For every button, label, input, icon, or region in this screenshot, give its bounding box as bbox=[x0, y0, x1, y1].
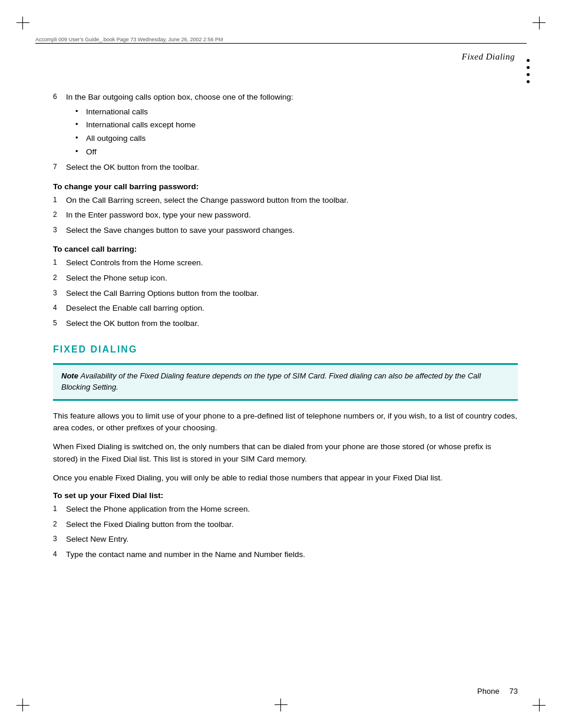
cancel-step-5-text: Select the OK button from the toolbar. bbox=[66, 318, 518, 330]
cancel-step-4-text: Deselect the Enable call barring option. bbox=[66, 302, 518, 314]
bullet-text-4: Off bbox=[86, 147, 97, 158]
cancel-step-3: 3 Select the Call Barring Options button… bbox=[53, 288, 518, 299]
change-pw-step-1: 1 On the Call Barring screen, select the… bbox=[53, 195, 518, 206]
cancel-step-1-num: 1 bbox=[53, 257, 66, 269]
file-info: Accompli 009 User's Guide_.book Page 73 … bbox=[35, 37, 223, 42]
bullet-text-2: International calls except home bbox=[86, 120, 196, 131]
footer: Phone 73 bbox=[53, 687, 518, 696]
main-content: 6 In the Bar outgoing calls option box, … bbox=[53, 91, 518, 564]
cancel-step-2: 2 Select the Phone setup icon. bbox=[53, 272, 518, 284]
change-password-heading: To change your call barring password: bbox=[53, 182, 518, 191]
change-pw-step-3-text: Select the Save changes button to save y… bbox=[66, 225, 518, 236]
corner-mark-tl bbox=[16, 17, 29, 29]
bullet-list: • International calls • International ca… bbox=[75, 107, 518, 159]
body-para-3: Once you enable Fixed Dialing, you will … bbox=[53, 472, 518, 484]
setup-step-3: 3 Select New Entry. bbox=[53, 533, 518, 545]
cancel-step-4-num: 4 bbox=[53, 302, 66, 314]
setup-step-1-text: Select the Phone application from the Ho… bbox=[66, 503, 518, 515]
page-title: Fixed Dialing bbox=[462, 52, 515, 62]
corner-mark-br bbox=[533, 699, 546, 711]
setup-step-2: 2 Select the Fixed Dialing button from t… bbox=[53, 519, 518, 531]
bullet-char-3: • bbox=[75, 133, 86, 142]
footer-spacer-text bbox=[503, 687, 510, 696]
change-pw-step-3-num: 3 bbox=[53, 225, 66, 236]
bullet-item-4: • Off bbox=[75, 147, 518, 158]
body-para-1: This feature allows you to limit use of … bbox=[53, 410, 518, 434]
change-pw-step-2-num: 2 bbox=[53, 209, 66, 221]
bullet-char-1: • bbox=[75, 107, 86, 116]
footer-page-number: 73 bbox=[510, 687, 518, 696]
step-6-number: 6 bbox=[53, 91, 66, 103]
change-pw-step-1-text: On the Call Barring screen, select the C… bbox=[66, 195, 518, 206]
cancel-step-1-text: Select Controls from the Home screen. bbox=[66, 257, 518, 269]
cancel-step-4: 4 Deselect the Enable call barring optio… bbox=[53, 302, 518, 314]
dot-1 bbox=[527, 59, 530, 62]
cancel-step-3-num: 3 bbox=[53, 288, 66, 299]
setup-step-1: 1 Select the Phone application from the … bbox=[53, 503, 518, 515]
bullet-item-2: • International calls except home bbox=[75, 120, 518, 131]
cancel-step-1: 1 Select Controls from the Home screen. bbox=[53, 257, 518, 269]
cancel-barring-heading: To cancel call barring: bbox=[53, 245, 518, 253]
setup-step-2-num: 2 bbox=[53, 519, 66, 531]
change-pw-step-1-num: 1 bbox=[53, 195, 66, 206]
header-bar: Accompli 009 User's Guide_.book Page 73 … bbox=[35, 35, 527, 44]
bullet-text-3: All outgoing calls bbox=[86, 133, 146, 144]
cancel-step-3-text: Select the Call Barring Options button f… bbox=[66, 288, 518, 299]
step-7-number: 7 bbox=[53, 162, 66, 173]
setup-step-4-text: Type the contact name and number in the … bbox=[66, 549, 518, 561]
cancel-step-2-text: Select the Phone setup icon. bbox=[66, 272, 518, 284]
cancel-step-5: 5 Select the OK button from the toolbar. bbox=[53, 318, 518, 330]
setup-step-4-num: 4 bbox=[53, 549, 66, 561]
setup-step-3-num: 3 bbox=[53, 533, 66, 545]
corner-mark-bl bbox=[16, 699, 29, 711]
bullet-text-1: International calls bbox=[86, 107, 148, 118]
cancel-step-5-num: 5 bbox=[53, 318, 66, 330]
note-label: Note bbox=[61, 371, 78, 380]
change-pw-step-2-text: In the Enter password box, type your new… bbox=[66, 209, 518, 221]
dot-4 bbox=[527, 80, 530, 83]
right-dots-decoration bbox=[527, 59, 530, 83]
change-pw-step-3: 3 Select the Save changes button to save… bbox=[53, 225, 518, 236]
page: Accompli 009 User's Guide_.book Page 73 … bbox=[0, 0, 562, 728]
dot-3 bbox=[527, 73, 530, 76]
bullet-char-4: • bbox=[75, 147, 86, 156]
dot-2 bbox=[527, 66, 530, 69]
center-bottom-mark bbox=[275, 699, 287, 711]
step-7-text: Select the OK button from the toolbar. bbox=[66, 162, 518, 173]
fixed-dialing-heading: FIXED DIALING bbox=[53, 344, 518, 355]
footer-label: Phone bbox=[477, 687, 500, 696]
corner-mark-tr bbox=[533, 17, 546, 29]
setup-step-3-text: Select New Entry. bbox=[66, 533, 518, 545]
setup-step-4: 4 Type the contact name and number in th… bbox=[53, 549, 518, 561]
setup-step-2-text: Select the Fixed Dialing button from the… bbox=[66, 519, 518, 531]
note-box: Note Availability of the Fixed Dialing f… bbox=[53, 363, 518, 401]
change-pw-step-2: 2 In the Enter password box, type your n… bbox=[53, 209, 518, 221]
bullet-item-1: • International calls bbox=[75, 107, 518, 118]
setup-heading: To set up your Fixed Dial list: bbox=[53, 491, 518, 500]
bullet-item-3: • All outgoing calls bbox=[75, 133, 518, 144]
step-6-text: In the Bar outgoing calls option box, ch… bbox=[66, 91, 518, 103]
note-content-text: Availability of the Fixed Dialing featur… bbox=[61, 371, 481, 391]
step-7: 7 Select the OK button from the toolbar. bbox=[53, 162, 518, 173]
cancel-step-2-num: 2 bbox=[53, 272, 66, 284]
bullet-char-2: • bbox=[75, 120, 86, 129]
body-para-2: When Fixed Dialing is switched on, the o… bbox=[53, 441, 518, 465]
setup-step-1-num: 1 bbox=[53, 503, 66, 515]
step-6: 6 In the Bar outgoing calls option box, … bbox=[53, 91, 518, 103]
